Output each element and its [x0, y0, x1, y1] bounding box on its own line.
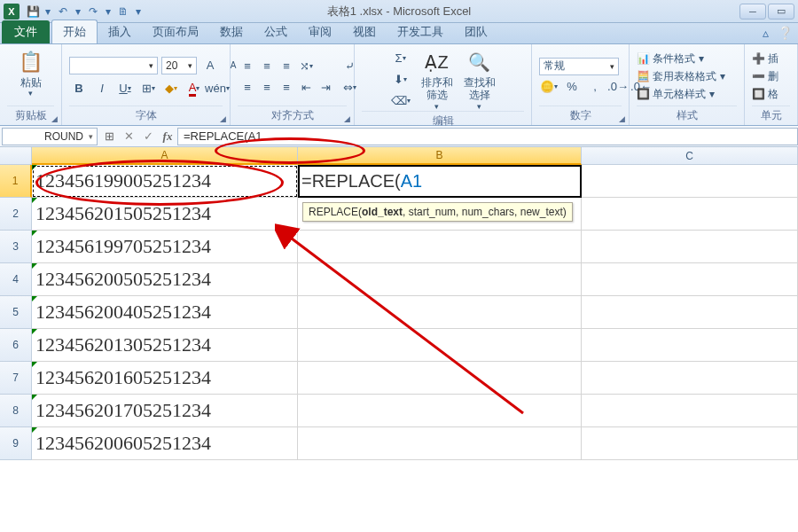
- cell[interactable]: 123456201305251234: [32, 329, 298, 362]
- italic-button[interactable]: I: [92, 79, 112, 98]
- cell[interactable]: [298, 427, 582, 460]
- bold-button[interactable]: B: [69, 79, 89, 98]
- tab-formulas[interactable]: 公式: [254, 20, 298, 43]
- cell[interactable]: [582, 362, 798, 395]
- tab-pagelayout[interactable]: 页面布局: [142, 20, 209, 43]
- font-color-button[interactable]: A▾: [184, 79, 204, 98]
- row-header[interactable]: 5: [0, 296, 32, 329]
- help-icon[interactable]: ❔: [778, 26, 793, 40]
- dialog-launcher-icon[interactable]: ⊞: [99, 128, 119, 145]
- find-select-button[interactable]: 🔍 查找和选择 ▾: [461, 48, 498, 111]
- autosum-button[interactable]: Σ▾: [388, 48, 413, 67]
- tab-developer[interactable]: 开发工具: [387, 20, 454, 43]
- number-launcher[interactable]: ◢: [619, 114, 625, 123]
- cond-format-button[interactable]: 📊 条件格式 ▾: [637, 51, 725, 66]
- format-cells-button[interactable]: 🔲 格: [752, 87, 778, 102]
- cell[interactable]: =REPLACE(A1: [298, 165, 582, 198]
- undo-dropdown[interactable]: ▾: [74, 4, 82, 20]
- undo-icon[interactable]: ↶: [55, 4, 71, 20]
- cancel-formula-button[interactable]: ✕: [119, 128, 138, 145]
- align-bottom-icon[interactable]: ≡: [277, 57, 296, 76]
- save-icon[interactable]: 💾: [25, 4, 41, 20]
- cell[interactable]: [582, 329, 798, 362]
- select-all-corner[interactable]: [0, 147, 32, 165]
- tab-review[interactable]: 审阅: [298, 20, 342, 43]
- align-left-icon[interactable]: ≡: [238, 78, 257, 98]
- sort-filter-button[interactable]: ẠZ 排序和筛选 ▾: [419, 48, 456, 111]
- cell[interactable]: 123456200405251234: [32, 296, 298, 329]
- file-tab[interactable]: 文件: [2, 20, 50, 43]
- cell[interactable]: 123456201605251234: [32, 362, 298, 395]
- redo-icon[interactable]: ↷: [85, 4, 101, 20]
- cell[interactable]: [298, 231, 582, 263]
- percent-button[interactable]: %: [562, 77, 582, 97]
- tab-view[interactable]: 视图: [342, 20, 387, 43]
- font-launcher[interactable]: ◢: [220, 114, 226, 123]
- phonetic-button[interactable]: wén▾: [207, 79, 227, 98]
- cell[interactable]: [582, 198, 798, 231]
- paste-button[interactable]: 📋 粘贴 ▾: [12, 48, 50, 98]
- increase-indent-icon[interactable]: ⇥: [316, 78, 335, 98]
- cell[interactable]: [298, 362, 582, 395]
- fill-color-button[interactable]: ◆▾: [161, 79, 181, 98]
- cell[interactable]: [298, 263, 582, 296]
- qat-dropdown-1[interactable]: ▾: [44, 4, 51, 20]
- font-size-combo[interactable]: 20▾: [161, 57, 197, 74]
- tab-insert[interactable]: 插入: [98, 20, 142, 43]
- minimize-button[interactable]: ─: [739, 4, 766, 20]
- tab-team[interactable]: 团队: [454, 20, 498, 43]
- cell[interactable]: [298, 395, 582, 427]
- insert-cells-button[interactable]: ➕ 插: [752, 51, 778, 66]
- cell[interactable]: [582, 165, 798, 198]
- row-header[interactable]: 8: [0, 395, 32, 427]
- cell[interactable]: [582, 296, 798, 329]
- cell[interactable]: 123456200605251234: [32, 427, 298, 460]
- clipboard-launcher[interactable]: ◢: [51, 114, 58, 123]
- insert-function-button[interactable]: fx: [158, 128, 177, 145]
- currency-button[interactable]: 🪙▾: [539, 77, 559, 97]
- col-header-c[interactable]: C: [582, 147, 798, 165]
- underline-button[interactable]: U▾: [115, 79, 135, 98]
- formula-input[interactable]: =REPLACE(A1: [177, 128, 798, 145]
- align-center-icon[interactable]: ≡: [257, 78, 277, 98]
- row-header[interactable]: 9: [0, 427, 32, 460]
- cell[interactable]: [298, 296, 582, 329]
- col-header-b[interactable]: B: [298, 147, 582, 165]
- col-header-a[interactable]: A: [32, 147, 298, 165]
- decrease-indent-icon[interactable]: ⇤: [296, 78, 316, 98]
- cell[interactable]: 123456201505251234: [32, 198, 298, 231]
- row-header[interactable]: 7: [0, 362, 32, 395]
- row-header[interactable]: 2: [0, 198, 32, 231]
- name-box[interactable]: ROUND ▾: [2, 128, 98, 145]
- cell[interactable]: 123456199705251234: [32, 231, 298, 263]
- fill-button[interactable]: ⬇▾: [388, 69, 413, 89]
- cell[interactable]: [298, 329, 582, 362]
- align-launcher[interactable]: ◢: [344, 114, 350, 123]
- cell[interactable]: [582, 427, 798, 460]
- cell-style-button[interactable]: 🔲 单元格样式 ▾: [637, 87, 725, 102]
- align-top-icon[interactable]: ≡: [238, 57, 257, 76]
- clear-button[interactable]: ⌫▾: [388, 90, 413, 110]
- border-button[interactable]: ⊞▾: [138, 79, 158, 98]
- number-format-combo[interactable]: 常规▾: [539, 58, 619, 75]
- increase-decimal-button[interactable]: .0→: [608, 77, 628, 97]
- qat-dropdown-2[interactable]: ▾: [135, 4, 142, 20]
- cell[interactable]: [582, 395, 798, 427]
- redo-dropdown[interactable]: ▾: [105, 4, 112, 20]
- orientation-icon[interactable]: ⤭▾: [296, 57, 316, 76]
- align-middle-icon[interactable]: ≡: [257, 57, 277, 76]
- cell[interactable]: 123456200505251234: [32, 263, 298, 296]
- cell[interactable]: [582, 231, 798, 263]
- tab-data[interactable]: 数据: [209, 20, 254, 43]
- restore-button[interactable]: ▭: [768, 4, 794, 20]
- print-preview-icon[interactable]: 🗎: [115, 4, 131, 20]
- ribbon-minimize-icon[interactable]: ▵: [763, 26, 769, 40]
- row-header[interactable]: 4: [0, 263, 32, 296]
- row-header[interactable]: 1: [0, 165, 32, 198]
- table-format-button[interactable]: 🧮 套用表格格式 ▾: [637, 69, 725, 84]
- row-header[interactable]: 6: [0, 329, 32, 362]
- accept-formula-button[interactable]: ✓: [138, 128, 158, 145]
- cell[interactable]: 123456199005251234: [32, 165, 298, 198]
- increase-font-icon[interactable]: A: [200, 56, 220, 75]
- name-box-dropdown-icon[interactable]: ▾: [89, 132, 93, 141]
